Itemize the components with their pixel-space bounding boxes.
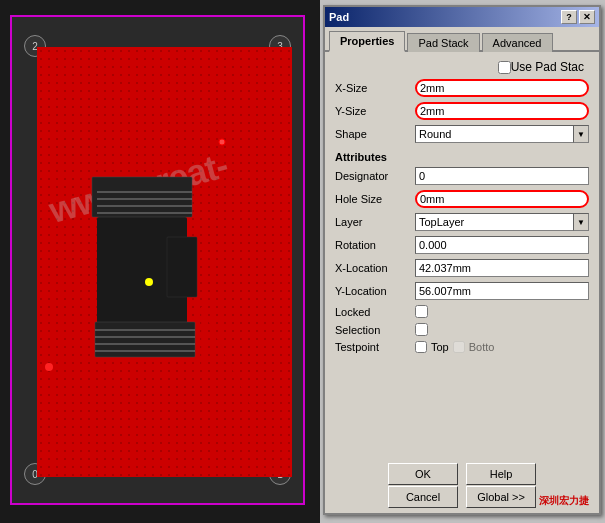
help-btn[interactable]: Help (466, 463, 536, 485)
rotation-input[interactable] (415, 236, 589, 254)
dialog-titlebar: Pad ? ✕ (325, 7, 599, 27)
pcb-board: www.great- (37, 47, 292, 477)
shape-input[interactable] (415, 125, 573, 143)
pcb-board-outer: 2 3 0 1 www.great- (10, 15, 305, 505)
titlebar-buttons: ? ✕ (561, 10, 595, 24)
pcb-traces (37, 47, 292, 477)
x-size-label: X-Size (335, 82, 415, 94)
use-pad-stac-label: Use Pad Stac (511, 60, 584, 74)
shape-row: Shape ▼ (335, 125, 589, 143)
tab-pad-stack[interactable]: Pad Stack (407, 33, 479, 52)
svg-line-15 (202, 307, 257, 417)
shape-dropdown-container: ▼ (415, 125, 589, 143)
y-location-row: Y-Location (335, 282, 589, 300)
svg-point-12 (219, 139, 225, 145)
x-location-input[interactable] (415, 259, 589, 277)
svg-rect-1 (92, 177, 192, 217)
testpoint-top-label: Top (431, 341, 449, 353)
selection-label: Selection (335, 324, 415, 336)
attributes-title: Attributes (335, 151, 589, 163)
layer-label: Layer (335, 216, 415, 228)
testpoint-bottom-checkbox[interactable] (453, 341, 465, 353)
selection-row: Selection (335, 323, 589, 336)
hole-size-row: Hole Size (335, 190, 589, 208)
use-pad-stac-checkbox[interactable] (498, 61, 511, 74)
svg-point-14 (145, 278, 153, 286)
shape-dropdown-arrow[interactable]: ▼ (573, 125, 589, 143)
pad-dialog: Pad ? ✕ Properties Pad Stack Advanced Us… (323, 5, 601, 515)
testpoint-label: Testpoint (335, 341, 415, 353)
layer-input[interactable] (415, 213, 573, 231)
y-size-input[interactable] (415, 102, 589, 120)
x-size-input[interactable] (415, 79, 589, 97)
locked-row: Locked (335, 305, 589, 318)
locked-label: Locked (335, 306, 415, 318)
testpoint-row: Testpoint Top Botto (335, 341, 589, 353)
hole-size-input[interactable] (415, 190, 589, 208)
dialog-buttons: OK Help (325, 463, 599, 485)
x-size-row: X-Size (335, 79, 589, 97)
dialog-title: Pad (329, 11, 349, 23)
use-pad-stac-row: Use Pad Stac (335, 60, 589, 74)
y-location-label: Y-Location (335, 285, 415, 297)
global-button[interactable]: Global >> (466, 486, 536, 508)
ok-button[interactable]: OK (388, 463, 458, 485)
layer-dropdown-arrow[interactable]: ▼ (573, 213, 589, 231)
tab-advanced[interactable]: Advanced (482, 33, 553, 52)
pcb-canvas: 2 3 0 1 www.great- (0, 0, 320, 523)
dialog-content: Use Pad Stac X-Size Y-Size Shape ▼ Attri… (325, 52, 599, 366)
rotation-label: Rotation (335, 239, 415, 251)
testpoint-options: Top Botto (415, 341, 494, 353)
svg-rect-6 (95, 322, 195, 357)
layer-dropdown-container: ▼ (415, 213, 589, 231)
svg-point-13 (45, 363, 53, 371)
shape-label: Shape (335, 128, 415, 140)
hole-size-label: Hole Size (335, 193, 415, 205)
y-size-label: Y-Size (335, 105, 415, 117)
selection-checkbox[interactable] (415, 323, 428, 336)
help-button[interactable]: ? (561, 10, 577, 24)
testpoint-bottom-label: Botto (469, 341, 495, 353)
y-location-input[interactable] (415, 282, 589, 300)
designator-row: Designator (335, 167, 589, 185)
x-location-row: X-Location (335, 259, 589, 277)
designator-label: Designator (335, 170, 415, 182)
rotation-row: Rotation (335, 236, 589, 254)
tab-properties[interactable]: Properties (329, 31, 405, 52)
layer-row: Layer ▼ (335, 213, 589, 231)
testpoint-top-checkbox[interactable] (415, 341, 427, 353)
locked-checkbox[interactable] (415, 305, 428, 318)
svg-rect-11 (167, 237, 197, 297)
cancel-button[interactable]: Cancel (388, 486, 458, 508)
x-location-label: X-Location (335, 262, 415, 274)
y-size-row: Y-Size (335, 102, 589, 120)
dialog-tabs: Properties Pad Stack Advanced (325, 27, 599, 52)
designator-input[interactable] (415, 167, 589, 185)
dialog-footer: 深圳宏力捷 (539, 494, 589, 508)
close-button[interactable]: ✕ (579, 10, 595, 24)
